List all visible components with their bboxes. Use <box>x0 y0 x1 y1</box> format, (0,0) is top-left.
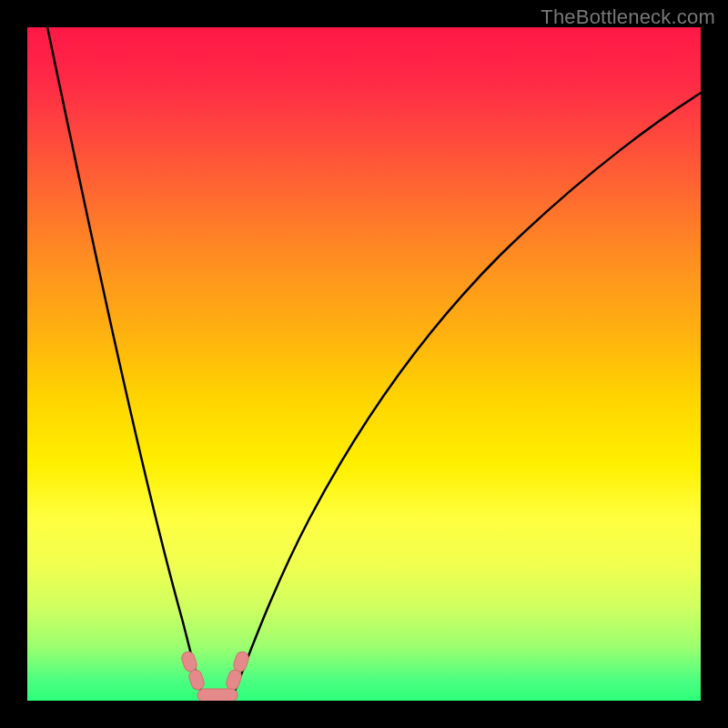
valley-markers <box>180 650 250 701</box>
plot-area <box>27 27 701 701</box>
left-curve <box>46 27 203 698</box>
bottleneck-curve <box>27 27 701 701</box>
right-curve <box>232 82 701 698</box>
chart-frame: TheBottleneck.com <box>0 0 728 728</box>
marker-bottom <box>197 689 238 701</box>
watermark-text: TheBottleneck.com <box>541 5 715 29</box>
